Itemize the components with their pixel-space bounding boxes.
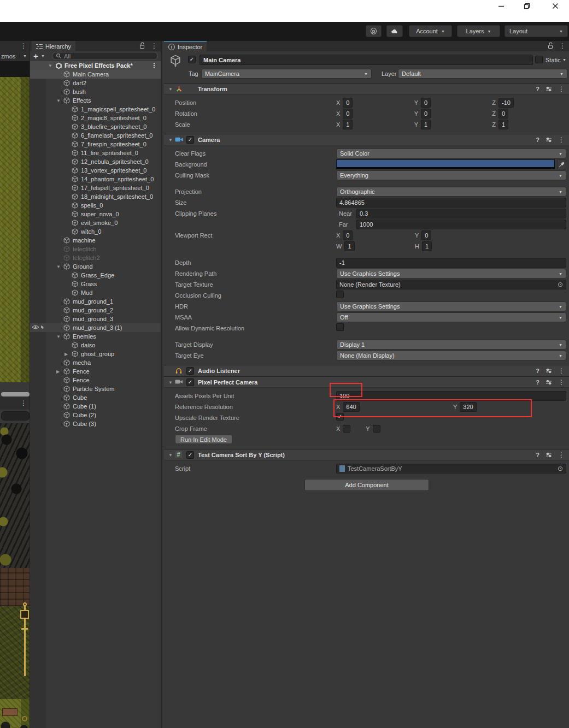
hierarchy-item-mud-ground-3-1[interactable]: mud_ground_3 (1) [30, 323, 161, 332]
size-field[interactable]: 4.864865 [336, 198, 566, 208]
search-input[interactable]: All [52, 52, 158, 60]
target-eye-dropdown[interactable]: None (Main Display)▼ [336, 351, 566, 360]
axis-x-field[interactable]: 0 [343, 98, 353, 108]
restore-button[interactable] [522, 1, 532, 10]
minimize-button[interactable] [496, 1, 506, 10]
foldout-down-icon[interactable]: ▼ [56, 334, 63, 339]
occlusion-culling-checkbox[interactable] [336, 291, 344, 298]
component-enabled-checkbox[interactable]: ✓ [186, 136, 194, 144]
scene-kebab-icon[interactable]: ⋮ [20, 43, 27, 49]
component-header-audio-listener[interactable]: ✓Audio Listener?⋮ [164, 365, 569, 376]
projection-dropdown[interactable]: Orthographic▼ [336, 187, 566, 197]
help-icon[interactable]: ? [536, 86, 539, 92]
hdr-dropdown[interactable]: Use Graphics Settings▼ [336, 301, 566, 311]
foldout-down-icon[interactable]: ▼ [48, 63, 55, 68]
hierarchy-kebab-icon[interactable]: ⋮ [151, 43, 157, 49]
pickability-icon[interactable] [39, 324, 45, 332]
hierarchy-item-mud-ground-3[interactable]: mud_ground_3 [30, 315, 161, 323]
lock-icon[interactable] [139, 42, 145, 49]
foldout-down-icon[interactable]: ▼ [168, 138, 173, 143]
hierarchy-item-12-nebula-spritesheet-0[interactable]: 12_nebula_spritesheet_0 [30, 157, 161, 166]
hierarchy-item-grass[interactable]: Grass [30, 280, 161, 288]
axis-y-field[interactable]: 0 [421, 98, 431, 108]
gameobject-cube-icon[interactable] [169, 55, 181, 66]
lock-icon[interactable] [547, 42, 554, 49]
far-field[interactable]: 1000 [356, 220, 566, 229]
hierarchy-item-mud-ground-2[interactable]: mud_ground_2 [30, 306, 161, 315]
msaa-dropdown[interactable]: Off▼ [336, 312, 566, 322]
near-field[interactable]: 0.3 [356, 209, 566, 218]
preset-icon[interactable] [545, 379, 552, 386]
upscale-render-texture-checkbox[interactable]: ✓ [336, 413, 344, 421]
static-dropdown-icon[interactable]: ▼ [562, 58, 566, 62]
hierarchy-item-18-midnight-spritesheet-0[interactable]: 18_midnight_spritesheet_0 [30, 192, 161, 201]
component-enabled-checkbox[interactable]: ✓ [186, 451, 194, 459]
hierarchy-item-14-phantom-spritesheet-0[interactable]: 14_phantom_spritesheet_0 [30, 175, 161, 184]
hierarchy-item-super-nova-0[interactable]: super_nova_0 [30, 210, 161, 218]
depth-field[interactable]: -1 [336, 258, 566, 268]
layers-dropdown[interactable]: Layers ▼ [457, 25, 500, 37]
hierarchy-item-grass-edge[interactable]: Grass_Edge [30, 271, 161, 280]
axis-z-field[interactable]: 1 [498, 120, 508, 129]
inspector-kebab-icon[interactable]: ⋮ [559, 43, 566, 49]
script-object-field[interactable]: TestCameraSortByY⊙ [336, 464, 566, 474]
run-in-edit-mode-button[interactable]: Run In Edit Mode [175, 435, 232, 444]
axis-w-field[interactable]: 1 [344, 241, 354, 251]
hierarchy-item-1-magicspell-spritesheet-0[interactable]: 1_magicspell_spritesheet_0 [30, 105, 161, 114]
help-icon[interactable]: ? [536, 137, 539, 143]
object-picker-icon[interactable]: ⊙ [558, 281, 563, 288]
game-kebab-icon[interactable]: ⋮ [20, 400, 27, 406]
rendering-path-dropdown[interactable]: Use Graphics Settings▼ [336, 269, 566, 279]
create-button[interactable]: + [33, 51, 38, 61]
foldout-down-icon[interactable]: ▼ [168, 87, 173, 92]
component-header-pixel-perfect-camera[interactable]: ▼✓Pixel Perfect Camera?⋮ [164, 376, 569, 388]
crop-y-checkbox[interactable] [373, 425, 380, 433]
axis-z-field[interactable]: 0 [498, 109, 508, 119]
hierarchy-item-mecha[interactable]: mecha [30, 358, 161, 367]
gameobject-icon-dropdown[interactable]: ▼ [174, 64, 177, 68]
component-enabled-checkbox[interactable]: ✓ [186, 367, 194, 375]
foldout-down-icon[interactable]: ▼ [168, 453, 173, 458]
help-icon[interactable]: ? [536, 368, 539, 374]
hierarchy-item-13-vortex-spritesheet-0[interactable]: 13_vortex_spritesheet_0 [30, 166, 161, 175]
hierarchy-item-cube-2[interactable]: Cube (2) [30, 411, 161, 419]
gizmos-label[interactable]: zmos [0, 53, 15, 60]
more-options-icon[interactable]: ⋮ [558, 452, 565, 458]
axis-y-field[interactable]: 1 [421, 120, 431, 129]
axis-y-field[interactable]: 320 [460, 402, 476, 412]
axis-x-field[interactable]: 1 [343, 120, 353, 129]
foldout-down-icon[interactable]: ▼ [56, 98, 63, 103]
background-color-swatch[interactable] [336, 159, 555, 169]
clear-flags-dropdown[interactable]: Solid Color▼ [336, 149, 566, 158]
more-options-icon[interactable]: ⋮ [558, 86, 565, 92]
game-viewport-rocks[interactable] [0, 423, 30, 568]
close-button[interactable] [550, 1, 560, 10]
create-dropdown-icon[interactable]: ▼ [41, 54, 45, 58]
component-header-camera[interactable]: ▼✓Camera?⋮ [164, 134, 569, 145]
tab-inspector[interactable]: i Inspector [164, 41, 207, 51]
hierarchy-item-7-firespin-spritesheet-0[interactable]: 7_firespin_spritesheet_0 [30, 140, 161, 149]
hierarchy-item-cube-3[interactable]: Cube (3) [30, 419, 161, 428]
foldout-right-icon[interactable]: ▶ [56, 369, 63, 374]
hierarchy-item-2-magic8-spritesheet-0[interactable]: 2_magic8_spritesheet_0 [30, 114, 161, 122]
hierarchy-item-17-felspell-spritesheet-0[interactable]: 17_felspell_spritesheet_0 [30, 184, 161, 192]
tag-dropdown[interactable]: MainCamera ▼ [201, 69, 372, 79]
component-header-transform[interactable]: ▼Transform?⋮ [164, 83, 569, 94]
hierarchy-item-dart2[interactable]: dart2 [30, 79, 161, 87]
crop-x-checkbox[interactable] [343, 425, 350, 433]
hierarchy-item-ghost-group[interactable]: ▶ghost_group [30, 350, 161, 358]
foldout-right-icon[interactable]: ▶ [64, 352, 72, 357]
gizmos-dropdown-icon[interactable]: ▼ [19, 54, 30, 58]
axis-x-field[interactable]: 640 [343, 402, 359, 412]
hierarchy-item-6-flamelash-spritesheet-0[interactable]: 6_flamelash_spritesheet_0 [30, 131, 161, 140]
hierarchy-item-effects[interactable]: ▼Effects [30, 96, 161, 105]
hierarchy-item-fence[interactable]: ▶Fence [30, 367, 161, 376]
eyedropper-icon[interactable] [557, 159, 566, 169]
hierarchy-item-spells-0[interactable]: spells_0 [30, 201, 161, 210]
plastic-scm-button[interactable]: p [366, 25, 382, 37]
axis-y-field[interactable]: 0 [421, 109, 431, 119]
layout-dropdown[interactable]: Layout ▼ [505, 25, 568, 37]
more-options-icon[interactable]: ⋮ [558, 137, 565, 143]
axis-x-field[interactable]: 0 [343, 230, 353, 240]
hierarchy-item-witch-0[interactable]: witch_0 [30, 227, 161, 236]
